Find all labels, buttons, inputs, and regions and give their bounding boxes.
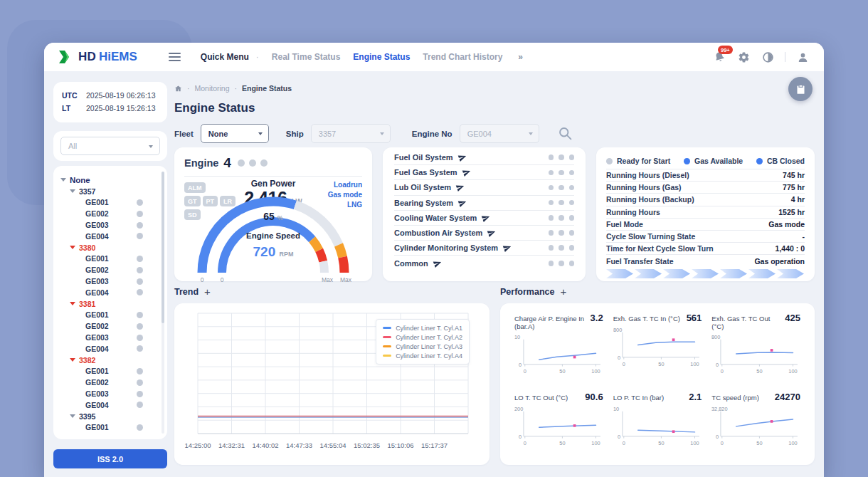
performance-title: Performance — [500, 287, 554, 297]
search-icon[interactable] — [558, 126, 573, 141]
status-dot — [569, 185, 575, 191]
tree-root-item[interactable]: None — [60, 174, 163, 186]
tree-ship-3380[interactable]: 3380 — [60, 242, 163, 253]
status-row-value: 4 hr — [791, 195, 805, 204]
fleet-select-value: None — [208, 130, 228, 138]
system-row-bearing-system[interactable]: Bearing System — [394, 196, 574, 211]
nav-item-trend-chart-history[interactable]: Trend Chart History — [423, 52, 502, 62]
engine-no-select[interactable]: GE004 — [460, 124, 539, 143]
tree-engine-3382-GE001[interactable]: GE001 — [60, 366, 163, 377]
report-clipboard-button[interactable] — [788, 77, 813, 101]
tree-engine-3380-GE004[interactable]: GE004 — [60, 287, 163, 298]
legend-item[interactable]: Cylinder Liner T. Cyl.A3 — [383, 342, 462, 351]
tree-engine-3380-GE003[interactable]: GE003 — [60, 276, 163, 287]
tree-engine-3382-GE002[interactable]: GE002 — [60, 377, 163, 388]
system-row-combustion-air-system[interactable]: Combustion Air System — [394, 226, 574, 241]
tree-ship-3395[interactable]: 3395 — [60, 411, 163, 422]
navigate-arrow-icon[interactable] — [457, 152, 467, 162]
tree-ship-3357[interactable]: 3357 — [60, 186, 163, 197]
tree-expand-icon[interactable] — [70, 358, 75, 362]
navigate-arrow-icon[interactable] — [432, 258, 443, 268]
nav-more-chevrons[interactable]: » — [518, 52, 523, 62]
status-row-label: Running Hours (Backup) — [606, 195, 694, 204]
system-row-cylinder-monitoring-system[interactable]: Cylinder Monitoring System — [394, 241, 574, 256]
engine-status-dot — [137, 312, 143, 318]
navigate-arrow-icon[interactable] — [487, 227, 497, 238]
navigate-arrow-icon[interactable] — [481, 212, 492, 223]
tree-ship-3382[interactable]: 3382 — [60, 355, 163, 366]
tree-expand-icon[interactable] — [60, 178, 66, 182]
system-row-cooling-water-system[interactable]: Cooling Water System — [394, 211, 574, 226]
tree-engine-label: GE004 — [85, 232, 109, 241]
menu-hamburger-icon[interactable] — [169, 51, 181, 63]
tree-ship-3381[interactable]: 3381 — [60, 298, 163, 310]
tree-scrollbar[interactable] — [162, 172, 164, 434]
tree-expand-icon[interactable] — [70, 302, 75, 305]
tree-engine-3380-GE001[interactable]: GE001 — [60, 253, 163, 265]
legend-item[interactable]: Cylinder Liner T. Cyl.A1 — [383, 323, 462, 332]
tree-engine-3380-GE002[interactable]: GE002 — [60, 264, 163, 276]
legend-item[interactable]: Cylinder Liner T. Cyl.A4 — [383, 351, 462, 360]
status-dot — [569, 215, 575, 221]
home-icon[interactable] — [174, 85, 182, 93]
tree-engine-label: GE002 — [85, 266, 109, 274]
user-profile-icon[interactable] — [795, 50, 810, 64]
system-row-fuel-oil-system[interactable]: Fuel Oil System — [394, 150, 574, 165]
breadcrumb-monitoring[interactable]: Monitoring — [195, 84, 230, 93]
settings-gear-icon[interactable] — [736, 50, 751, 64]
engine-status-dot — [137, 289, 143, 295]
tree-engine-3382-GE004[interactable]: GE004 — [60, 399, 163, 411]
svg-text:0: 0 — [716, 434, 719, 440]
tree-engine-3381-GE002[interactable]: GE002 — [60, 320, 163, 332]
mini-line-chart: 32,8200050100 — [711, 403, 800, 450]
tree-engine-3382-GE003[interactable]: GE003 — [60, 388, 163, 399]
status-rows: Running Hours (Diesel)745 hrRunning Hour… — [606, 169, 805, 268]
navigate-arrow-icon[interactable] — [461, 167, 472, 178]
tree-engine-3357-GE001[interactable]: GE001 — [60, 197, 163, 209]
system-row-lub-oil-system[interactable]: Lub Oil System — [394, 180, 574, 195]
theme-contrast-icon[interactable] — [761, 50, 775, 64]
tree-engine-3357-GE003[interactable]: GE003 — [60, 219, 163, 231]
navigate-arrow-icon[interactable] — [502, 243, 512, 253]
tree-engine-3381-GE004[interactable]: GE004 — [60, 343, 163, 355]
tree-engine-3381-GE001[interactable]: GE001 — [60, 310, 163, 321]
ship-select[interactable]: 3357 — [311, 124, 391, 143]
tree-expand-icon[interactable] — [70, 189, 75, 193]
tree-engine-3381-GE003[interactable]: GE003 — [60, 332, 163, 343]
trend-x-label: 14:25:00 — [185, 441, 211, 449]
system-row-fuel-gas-system[interactable]: Fuel Gas System — [394, 165, 574, 180]
iss-button[interactable]: ISS 2.0 — [53, 449, 167, 468]
content-area: UTC2025-08-19 06:26:13 LT2025-08-19 15:2… — [44, 71, 824, 477]
tree-engine-3357-GE002[interactable]: GE002 — [60, 208, 163, 219]
engine-no-label: Engine No — [412, 130, 452, 138]
nav-item-engine-status[interactable]: Engine Status — [353, 52, 410, 62]
tree-engine-3357-GE004[interactable]: GE004 — [60, 231, 163, 242]
tree-expand-icon[interactable] — [70, 414, 75, 418]
status-dot — [549, 230, 554, 236]
tree-ship-label: 3382 — [79, 356, 95, 365]
performance-add-button[interactable]: + — [560, 286, 566, 297]
system-status-dots — [549, 230, 575, 236]
status-row: Running Hours (Gas)775 hr — [606, 182, 805, 194]
engine-status-dot — [137, 345, 143, 352]
tree-expand-icon[interactable] — [70, 246, 75, 249]
system-row-common[interactable]: Common — [394, 256, 574, 271]
trend-add-button[interactable]: + — [204, 286, 211, 297]
fleet-select[interactable]: None — [201, 124, 269, 143]
status-row-value: 1,440 : 0 — [776, 244, 805, 253]
tree-engine-3395-GE001[interactable]: GE001 — [60, 422, 163, 434]
nav-item-real-time-status[interactable]: Real Time Status — [272, 52, 340, 62]
navigate-arrow-icon[interactable] — [457, 197, 467, 208]
notifications-bell-icon[interactable]: 99+ — [712, 50, 726, 64]
tree-ship-label: 3381 — [79, 300, 95, 308]
engine-status-detail-card: Ready for StartGas AvailableCB Closed Ru… — [596, 147, 815, 281]
legend-item[interactable]: Cylinder Liner T. Cyl.A2 — [383, 332, 462, 342]
navigate-arrow-icon[interactable] — [455, 182, 465, 193]
app-logo: HD HiEMS — [58, 50, 137, 64]
quick-menu-label[interactable]: Quick Menu — [201, 52, 249, 62]
tree-engine-label: GE002 — [85, 209, 109, 218]
fuel-transfer-arrow-icon — [777, 269, 804, 278]
fleet-filter-select[interactable]: All — [60, 137, 160, 155]
performance-chart-label: Charge Air P. Engine In (bar.A) — [514, 315, 586, 330]
svg-text:50: 50 — [757, 440, 763, 446]
